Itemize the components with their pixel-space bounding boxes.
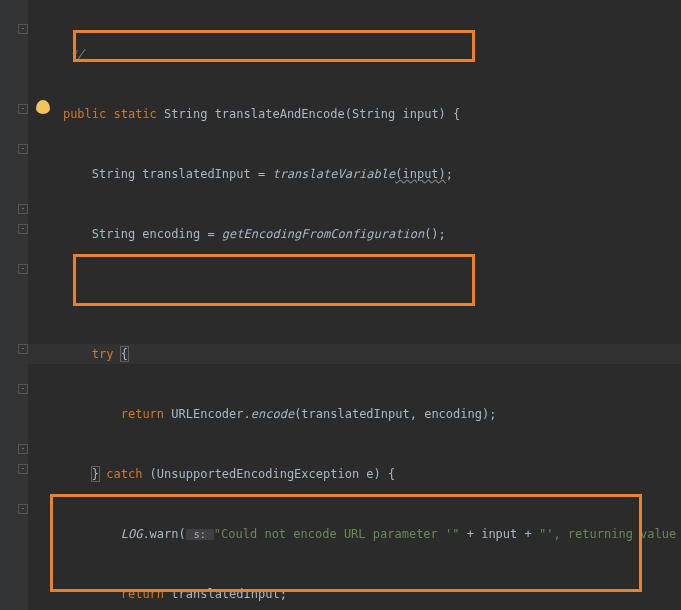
code-area[interactable]: */ public static String translateAndEnco…: [28, 0, 681, 610]
gutter: - - - - - - - - - - -: [0, 0, 28, 610]
fold-toggle[interactable]: -: [18, 464, 28, 474]
brace: {: [121, 347, 128, 361]
fold-toggle[interactable]: -: [18, 444, 28, 454]
fold-toggle[interactable]: -: [18, 104, 28, 114]
code-editor[interactable]: - - - - - - - - - - - */ public static S…: [0, 0, 681, 610]
code-text: ();: [424, 227, 446, 241]
string: "Could not encode URL parameter '": [214, 527, 460, 541]
code-text: ;: [446, 167, 453, 181]
code-text: (input): [395, 167, 446, 181]
keyword: return: [121, 587, 172, 601]
brace: }: [92, 467, 99, 481]
fold-toggle[interactable]: -: [18, 204, 28, 214]
code-text: translatedInput;: [171, 587, 287, 601]
keyword: catch: [99, 467, 150, 481]
code-text: (String input) {: [345, 107, 461, 121]
string: "', returning value un-e: [539, 527, 681, 541]
fold-toggle[interactable]: -: [18, 24, 28, 34]
code-text: .warn(: [142, 527, 185, 541]
code-text: String: [164, 107, 215, 121]
code-text: public static: [63, 107, 164, 121]
method-call: getEncodingFromConfiguration: [222, 227, 424, 241]
method-name: translateAndEncode: [215, 107, 345, 121]
fold-toggle[interactable]: -: [18, 344, 28, 354]
code-text: URLEncoder.: [171, 407, 250, 421]
fold-toggle[interactable]: -: [18, 144, 28, 154]
code-text: String encoding =: [92, 227, 222, 241]
code-text: (UnsupportedEncodingException e) {: [150, 467, 396, 481]
field: LOG: [121, 527, 143, 541]
fold-toggle[interactable]: -: [18, 264, 28, 274]
keyword: return: [121, 407, 172, 421]
method-call: translateVariable: [272, 167, 395, 181]
keyword: try: [92, 347, 121, 361]
param-hint: s:: [186, 529, 214, 540]
code-text: + input +: [459, 527, 538, 541]
method-call: encode: [251, 407, 294, 421]
fold-toggle[interactable]: -: [18, 224, 28, 234]
code-text: String translatedInput =: [92, 167, 273, 181]
code-text: (translatedInput, encoding);: [294, 407, 496, 421]
fold-toggle[interactable]: -: [18, 384, 28, 394]
fold-toggle[interactable]: -: [18, 504, 28, 514]
code-text: */: [34, 47, 85, 61]
